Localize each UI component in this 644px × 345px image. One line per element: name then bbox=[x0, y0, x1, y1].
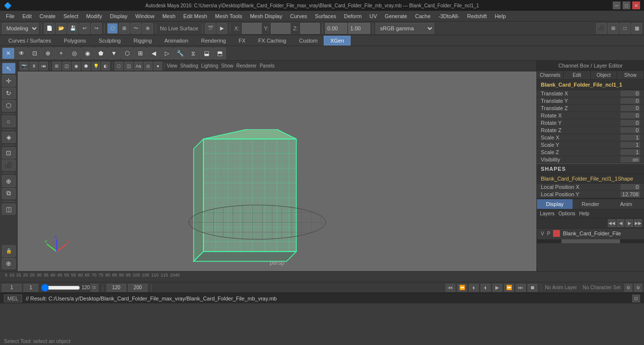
tab-fx-caching[interactable]: FX Caching bbox=[252, 36, 292, 46]
vp-menu-view[interactable]: View bbox=[167, 63, 178, 69]
gamma-dropdown[interactable]: sRGB gamma bbox=[376, 23, 434, 34]
playback-end-input[interactable] bbox=[128, 284, 148, 292]
nav-right[interactable]: ▶ bbox=[625, 219, 633, 227]
last-tool-button[interactable]: ○ bbox=[2, 115, 16, 127]
menu-cache[interactable]: Cache bbox=[411, 12, 435, 20]
vp-texture-toggle[interactable]: ⬟ bbox=[82, 62, 90, 70]
transport-next[interactable]: ⏩ bbox=[504, 284, 514, 292]
xray-button[interactable]: ◫ bbox=[2, 204, 16, 215]
tab-polygons[interactable]: Polygons bbox=[57, 36, 92, 46]
rotate-tool-button[interactable]: ↻ bbox=[2, 88, 16, 99]
channel-vis-value[interactable]: on bbox=[621, 157, 640, 162]
channel-tz-value[interactable]: 0 bbox=[621, 105, 640, 111]
shelf-icon-11[interactable]: ⊞ bbox=[134, 47, 147, 59]
menu-file[interactable]: File bbox=[2, 12, 19, 20]
vp-smooth-toggle[interactable]: ◉ bbox=[72, 62, 81, 70]
nav-left-left[interactable]: ◀◀ bbox=[608, 219, 616, 227]
channel-rz-value[interactable]: 0 bbox=[621, 127, 640, 133]
layers-help[interactable]: Help bbox=[579, 211, 589, 216]
value1-input[interactable] bbox=[325, 23, 347, 34]
select-tool-button[interactable]: ↖ bbox=[2, 63, 16, 74]
menu-window[interactable]: Window bbox=[132, 12, 158, 20]
layers-label[interactable]: Layers bbox=[540, 211, 555, 216]
timeline-area[interactable]: 5 10 15 20 25 30 35 40 45 50 55 60 65 70… bbox=[4, 272, 644, 282]
lasso-button[interactable]: ⊡ bbox=[2, 147, 16, 159]
layers-options[interactable]: Options bbox=[558, 211, 575, 216]
transport-stop[interactable]: ⏹ bbox=[528, 284, 537, 292]
move-tool-button[interactable]: ✛ bbox=[2, 75, 16, 86]
menu-mesh[interactable]: Mesh bbox=[158, 12, 179, 20]
snap-curve-button[interactable]: 〜 bbox=[131, 23, 141, 34]
snap-grid-button[interactable]: ⊞ bbox=[119, 23, 130, 34]
vp-shadow-toggle[interactable]: ◐ bbox=[101, 62, 110, 70]
value2-input[interactable] bbox=[348, 23, 370, 34]
save-file-button[interactable]: 💾 bbox=[67, 23, 78, 34]
layer-scrollbar[interactable] bbox=[537, 239, 644, 243]
tab-curves-surfaces[interactable]: Curves / Surfaces bbox=[2, 36, 57, 46]
maximize-button[interactable]: □ bbox=[622, 1, 630, 9]
nav-left[interactable]: ◀ bbox=[617, 219, 624, 227]
menu-edit-mesh[interactable]: Edit Mesh bbox=[179, 12, 211, 20]
close-button[interactable]: ✕ bbox=[632, 1, 640, 9]
layer-item[interactable]: V P Blank_Card_Folder_File bbox=[537, 229, 644, 238]
grid-button[interactable]: ⊞ bbox=[608, 23, 619, 34]
snap-button[interactable]: ⊕ bbox=[2, 175, 16, 186]
shelf-icon-5[interactable]: + bbox=[55, 47, 67, 59]
z-input[interactable] bbox=[300, 23, 320, 34]
heads-up-button[interactable]: □ bbox=[620, 23, 630, 34]
menu-3dto[interactable]: -3DtoAll- bbox=[435, 12, 464, 20]
vp-menu-lighting[interactable]: Lighting bbox=[201, 63, 218, 69]
shape-lpx-value[interactable]: 0 bbox=[621, 184, 640, 190]
redo-button[interactable]: ↪ bbox=[91, 23, 102, 34]
shelf-icon-14[interactable]: 🔧 bbox=[174, 47, 186, 59]
transport-go-end[interactable]: ⏭ bbox=[516, 284, 526, 292]
menu-select[interactable]: Select bbox=[60, 12, 83, 20]
vp-menu-renderer[interactable]: Renderer bbox=[236, 63, 257, 69]
cb-tab-channels[interactable]: Channels bbox=[537, 71, 564, 79]
menu-redshift[interactable]: Redshift bbox=[463, 12, 490, 20]
tab-fx[interactable]: FX bbox=[232, 36, 252, 46]
transport-go-start[interactable]: ⏮ bbox=[445, 284, 455, 292]
menu-modify[interactable]: Modify bbox=[82, 12, 106, 20]
vp-rewind-button[interactable]: ⏮ bbox=[39, 62, 48, 70]
undo-button[interactable]: ↩ bbox=[79, 23, 90, 34]
menu-uv[interactable]: UV bbox=[366, 12, 381, 20]
select-mode-button[interactable]: ⬡ bbox=[107, 23, 118, 34]
isolate-button[interactable]: 🔒 bbox=[2, 245, 16, 256]
menu-generate[interactable]: Generate bbox=[381, 12, 411, 20]
transport-prev[interactable]: ⏴ bbox=[481, 284, 490, 292]
shelf-icon-4[interactable]: ⊕ bbox=[42, 47, 54, 59]
vp-menu-show[interactable]: Show bbox=[221, 63, 233, 69]
vp-aa-btn[interactable]: Aa bbox=[134, 62, 143, 70]
vp-playback-button[interactable]: ⏸ bbox=[29, 62, 38, 70]
shelf-icon-13[interactable]: ▷ bbox=[160, 47, 173, 59]
vp-light-toggle[interactable]: 💡 bbox=[91, 62, 100, 70]
menu-surfaces[interactable]: Surfaces bbox=[311, 12, 340, 20]
shelf-icon-8[interactable]: ⬟ bbox=[94, 47, 107, 59]
vp-dof-btn[interactable]: ◎ bbox=[144, 62, 153, 70]
shelf-icon-1[interactable]: ✕ bbox=[2, 47, 15, 59]
frame-end-btn[interactable]: ⊡ bbox=[90, 284, 98, 292]
snap-point-button[interactable]: ⊕ bbox=[142, 23, 153, 34]
shelf-icon-6[interactable]: ◎ bbox=[68, 47, 81, 59]
char-settings-btn[interactable]: ⚙ bbox=[634, 284, 642, 292]
anim-settings-btn[interactable]: ⚙ bbox=[624, 284, 632, 292]
tab-xgen[interactable]: XGen bbox=[324, 36, 350, 46]
channel-sz-value[interactable]: 1 bbox=[621, 149, 640, 155]
shelf-icon-9[interactable]: ▼ bbox=[108, 47, 120, 59]
shelf-icon-15[interactable]: ⧖ bbox=[187, 47, 200, 59]
shelf-icon-3[interactable]: ⊡ bbox=[28, 47, 41, 59]
new-file-button[interactable]: 📄 bbox=[44, 23, 55, 34]
transport-play[interactable]: ▶ bbox=[492, 284, 502, 292]
cb-tab-edit[interactable]: Edit bbox=[564, 71, 591, 79]
open-file-button[interactable]: 📂 bbox=[56, 23, 67, 34]
display-layer-button[interactable]: ⧉ bbox=[2, 188, 16, 199]
vp-xray-btn[interactable]: ◫ bbox=[124, 62, 133, 70]
paint-button[interactable]: ⬛ bbox=[2, 160, 16, 171]
menu-help[interactable]: Help bbox=[491, 12, 510, 20]
menu-mesh-display[interactable]: Mesh Display bbox=[246, 12, 286, 20]
channel-sy-value[interactable]: 1 bbox=[621, 142, 640, 148]
menu-mesh-tools[interactable]: Mesh Tools bbox=[211, 12, 246, 20]
tab-custom[interactable]: Custom bbox=[293, 36, 324, 46]
cb-tab-show[interactable]: Show bbox=[617, 71, 644, 79]
